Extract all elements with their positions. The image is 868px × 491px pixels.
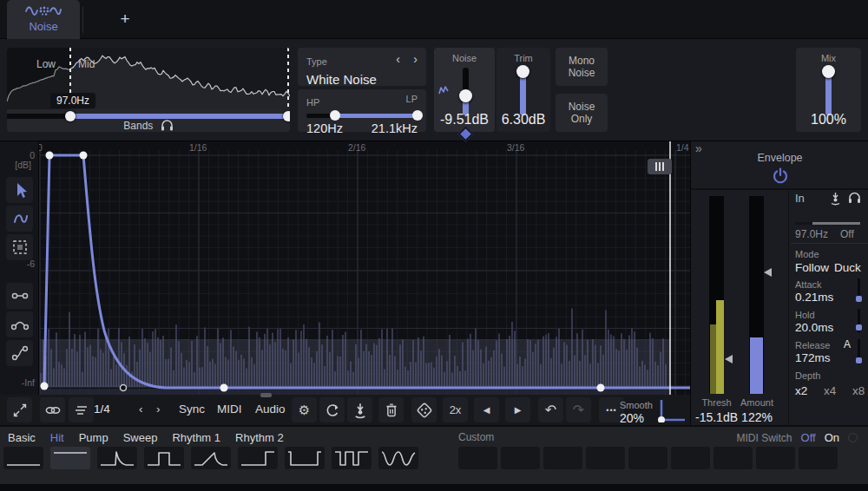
spectrum-display[interactable]: Low Mid 97.0Hz	[7, 48, 290, 109]
in-freq-value[interactable]: 97.0Hz	[795, 228, 828, 240]
hold-value[interactable]: 20.0ms	[795, 321, 833, 334]
lp-value[interactable]: 21.1kHz	[372, 121, 418, 135]
preset-shape-flat-high[interactable]	[50, 447, 90, 469]
tab-noise[interactable]: Noise	[7, 0, 80, 39]
preset-shape-double-wave[interactable]	[378, 447, 418, 469]
envelope-editor[interactable]: 0 1/16 2/16 3/16 1/4 0 [dB] -6 -Inf	[0, 141, 690, 395]
redo-button[interactable]: ↷	[566, 397, 591, 422]
preset-shape-flat-low[interactable]	[3, 447, 43, 469]
tool-scurve[interactable]	[6, 340, 33, 366]
midi-switch-on[interactable]: On	[825, 431, 839, 444]
in-off-value[interactable]: Off	[840, 228, 854, 240]
tool-draw[interactable]	[6, 206, 33, 232]
amount-marker[interactable]	[764, 268, 772, 277]
tool-arc[interactable]	[6, 311, 33, 337]
undo-button[interactable]: ↶	[538, 397, 563, 422]
preset-category-hit[interactable]: Hit	[50, 431, 64, 444]
midi-learn-icon[interactable]	[848, 433, 858, 442]
rate-prev-button[interactable]: ‹	[139, 403, 143, 416]
add-tab-button[interactable]: +	[113, 7, 137, 31]
loop-button[interactable]	[319, 397, 345, 422]
thresh-marker[interactable]	[725, 355, 733, 363]
preset-category-sweep[interactable]: Sweep	[123, 431, 158, 444]
tool-line[interactable]	[6, 283, 33, 309]
delete-button[interactable]	[378, 397, 404, 422]
fullscreen-button[interactable]	[7, 397, 32, 422]
audio-trigger-source-button[interactable]	[347, 397, 372, 422]
release-mini-slider[interactable]	[858, 339, 860, 364]
band-spectrum-panel[interactable]: Low Mid 97.0Hz Bands	[7, 48, 290, 132]
custom-slot-2[interactable]	[501, 447, 540, 469]
preset-category-rhythm-2[interactable]: Rhythm 2	[235, 431, 284, 444]
smooth-slider-handle[interactable]	[658, 416, 665, 422]
shift-left-button[interactable]: ◀	[474, 397, 499, 422]
attack-mini-slider[interactable]	[858, 278, 860, 302]
mix-value[interactable]: 100%	[796, 112, 861, 128]
preset-shape-notch-u[interactable]	[285, 447, 325, 469]
custom-slot-6[interactable]	[671, 447, 710, 469]
hp-value[interactable]: 120Hz	[306, 121, 343, 135]
pattern-steps-button[interactable]	[69, 397, 94, 422]
midi-switch-off[interactable]: Off	[801, 431, 816, 444]
release-a-badge[interactable]: A	[844, 338, 851, 350]
mix-slider[interactable]	[825, 68, 832, 115]
custom-slot-1[interactable]	[458, 447, 497, 469]
preset-category-basic[interactable]: Basic	[8, 431, 36, 444]
custom-slot-4[interactable]	[586, 447, 625, 469]
trim-value[interactable]: 6.30dB	[496, 112, 550, 128]
preset-category-rhythm-1[interactable]: Rhythm 1	[172, 431, 220, 444]
preset-shape-ramp-decay[interactable]	[191, 447, 231, 469]
noise-value[interactable]: -9.51dB	[434, 112, 495, 128]
smooth-value[interactable]: 20%	[620, 411, 644, 425]
in-freq-slider[interactable]	[795, 222, 860, 225]
amount-meter[interactable]	[749, 196, 764, 394]
audition-headphones-icon[interactable]	[848, 191, 861, 204]
envelope-editor-canvas[interactable]	[0, 141, 690, 396]
type-value[interactable]: White Noise	[306, 72, 418, 87]
shift-right-button[interactable]: ▶	[505, 397, 530, 422]
attack-value[interactable]: 0.21ms	[795, 291, 833, 304]
randomize-button[interactable]	[411, 397, 437, 422]
custom-slot-5[interactable]	[628, 447, 667, 469]
depth-x8-option[interactable]: x8	[852, 384, 865, 397]
amount-value[interactable]: 122%	[737, 410, 777, 424]
preset-shape-hit-decay[interactable]	[97, 447, 137, 469]
lp-handle[interactable]	[412, 110, 423, 121]
trim-slider[interactable]	[520, 68, 526, 115]
type-prev-button[interactable]: ‹	[396, 52, 400, 66]
smooth-slider[interactable]	[655, 398, 687, 422]
preset-shape-step-up[interactable]	[238, 447, 278, 469]
mode-duck-option[interactable]: Duck	[834, 261, 861, 274]
thresh-meter[interactable]	[709, 196, 724, 394]
sidechain-in-icon[interactable]	[828, 191, 843, 206]
headphones-icon[interactable]	[161, 119, 174, 131]
hold-mini-slider[interactable]	[858, 309, 860, 332]
preset-shape-square-pulse[interactable]	[144, 447, 184, 469]
bands-row[interactable]: Bands	[7, 119, 290, 132]
tool-marquee[interactable]	[6, 234, 33, 260]
mix-slider-handle[interactable]	[822, 65, 835, 78]
mode-follow-option[interactable]: Follow	[795, 261, 829, 274]
power-icon[interactable]	[772, 167, 789, 186]
rate-next-button[interactable]: ›	[156, 403, 161, 416]
release-value[interactable]: 172ms	[795, 351, 831, 364]
tool-cursor[interactable]	[6, 177, 33, 203]
preset-shape-double-pulse[interactable]	[332, 447, 372, 469]
type-next-button[interactable]: ›	[413, 52, 418, 66]
trim-slider-handle[interactable]	[516, 65, 529, 78]
custom-slot-7[interactable]	[713, 447, 753, 469]
settings-button[interactable]: ⚙	[292, 397, 317, 422]
custom-slot-9[interactable]	[799, 447, 838, 469]
rate-value[interactable]: 1/4	[94, 403, 110, 416]
noise-slider-handle[interactable]	[459, 89, 472, 102]
hp-lp-slider[interactable]	[306, 114, 418, 118]
custom-slot-3[interactable]	[543, 447, 582, 469]
thresh-value[interactable]: -15.1dB	[692, 410, 741, 424]
editor-grip-handle[interactable]	[648, 159, 672, 174]
trigger-sync-option[interactable]: Sync	[179, 403, 205, 416]
noise-slider[interactable]	[463, 68, 469, 115]
noise-only-button[interactable]: Noise Only	[556, 94, 608, 132]
trigger-audio-option[interactable]: Audio	[255, 403, 286, 416]
depth-x4-option[interactable]: x4	[824, 384, 836, 397]
trigger-midi-option[interactable]: MIDI	[217, 403, 242, 416]
